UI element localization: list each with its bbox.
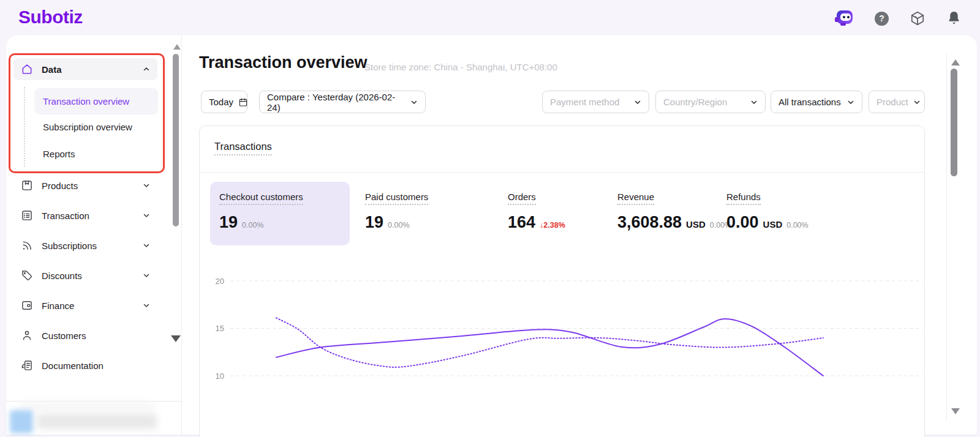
timezone-note: Store time zone: China - Shanghai, UTC+0… [364, 62, 557, 72]
metric-refunds[interactable]: Refunds 0.00 USD 0.00% [726, 192, 809, 232]
main-scroll-down-arrow[interactable] [951, 408, 960, 414]
chevron-up-icon [143, 65, 150, 73]
sidebar-item-finance[interactable]: Finance [13, 294, 157, 316]
sidebar-item-subscriptions[interactable]: Subscriptions [13, 234, 157, 256]
transactions-card: Transactions Checkout customers 19 0.00%… [199, 125, 925, 437]
chevron-down-icon [750, 99, 758, 106]
main-scrollbar-thumb[interactable] [951, 69, 957, 176]
list-icon [21, 209, 33, 222]
sidebar-item-label: Data [42, 64, 134, 75]
sidebar-item-products[interactable]: Products [13, 174, 157, 196]
notifications-icon[interactable] [946, 10, 962, 26]
user-avatar-blurred[interactable] [10, 410, 33, 433]
sidebar-scroll-up-arrow[interactable] [173, 44, 181, 50]
country-region-dropdown[interactable]: Country/Region [655, 91, 766, 113]
sidebar-item-subscription-overview[interactable]: Subscription overview [43, 116, 159, 138]
metric-checkout-customers-content: Checkout customers 19 0.00% [219, 192, 303, 232]
help-icon[interactable]: ? [875, 12, 889, 26]
chevron-down-icon [143, 242, 150, 249]
subnav-guide-line [24, 87, 25, 166]
compare-dropdown[interactable]: Compare : Yesterday (2026-02-24) [259, 91, 426, 113]
date-range-button[interactable]: Today [201, 91, 247, 113]
chevron-down-icon [143, 182, 150, 189]
user-profile-blurred[interactable] [37, 414, 157, 429]
svg-text:10: 10 [216, 372, 224, 381]
card-title: Transactions [214, 141, 272, 155]
svg-text:15: 15 [216, 324, 224, 333]
orders-delta-down: ↓2.38% [540, 221, 565, 230]
product-dropdown[interactable]: Product [869, 91, 925, 113]
transactions-chart-svg: 201510 [200, 258, 925, 435]
sidebar-scrollbar-thumb[interactable] [173, 54, 179, 226]
page-title: Transaction overview [199, 53, 368, 72]
sidebar-item-discounts[interactable]: Discounts [13, 264, 157, 286]
app-panel: Data Transaction overview Subscription o… [6, 35, 977, 435]
blurred-text [20, 403, 154, 410]
main-content: Transaction overview Store time zone: Ch… [181, 35, 953, 435]
sidebar-item-documentation[interactable]: Documentation [13, 354, 157, 376]
sidebar-item-customers[interactable]: Customers [13, 324, 157, 346]
chevron-down-icon [143, 272, 150, 279]
metrics-row: Checkout customers 19 0.00% Paid custome… [200, 182, 924, 245]
app-logo: Subotiz [18, 7, 83, 28]
assistant-bot-icon[interactable] [835, 9, 854, 26]
card-divider [200, 172, 924, 173]
sidebar-item-reports[interactable]: Reports [43, 143, 159, 165]
chevron-down-icon [143, 302, 150, 309]
chevron-down-icon [410, 99, 418, 106]
chevron-down-icon [634, 99, 641, 106]
sidebar-item-data[interactable]: Data [13, 58, 157, 80]
rss-icon [21, 239, 33, 252]
top-bar: Subotiz ? [0, 0, 980, 35]
document-icon [21, 359, 33, 372]
sidebar: Data Transaction overview Subscription o… [6, 35, 182, 435]
sidebar-item-transaction-overview[interactable]: Transaction overview [34, 88, 158, 114]
tag-icon [21, 269, 33, 282]
person-icon [21, 329, 33, 342]
transactions-chart: 201510 [200, 258, 925, 435]
metric-paid-customers[interactable]: Paid customers 19 0.00% [365, 192, 428, 232]
svg-text:20: 20 [216, 277, 224, 286]
metric-revenue[interactable]: Revenue 3,608.88 USD 0.00% [617, 192, 731, 232]
wallet-icon [21, 299, 33, 312]
chevron-down-icon [143, 212, 150, 219]
transaction-type-dropdown[interactable]: All transactions [771, 91, 862, 113]
home-icon [21, 63, 33, 75]
main-scroll-up-arrow[interactable] [951, 59, 960, 65]
sidebar-scroll-down-arrow[interactable] [171, 335, 181, 342]
payment-method-dropdown[interactable]: Payment method [542, 91, 649, 113]
metric-orders[interactable]: Orders 164 ↓2.38% [508, 192, 565, 232]
chevron-down-icon [913, 99, 921, 106]
box-icon [21, 179, 33, 192]
calendar-icon [238, 97, 248, 107]
chevron-down-icon [847, 99, 854, 106]
package-icon[interactable] [910, 10, 925, 26]
sidebar-footer-divider [6, 401, 181, 402]
sidebar-item-transaction[interactable]: Transaction [13, 204, 157, 226]
